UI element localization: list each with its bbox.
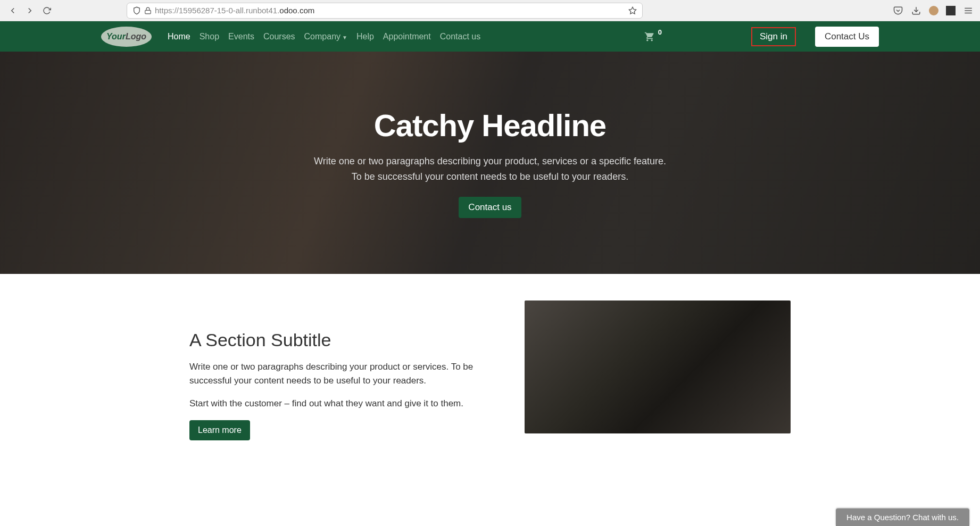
nav-links: Home Shop Events Courses Company▼ Help A…: [168, 32, 480, 41]
contact-us-button[interactable]: Contact Us: [815, 27, 879, 47]
hero-contact-button[interactable]: Contact us: [459, 197, 521, 218]
cart-count: 0: [658, 28, 662, 36]
cart-icon: [644, 31, 655, 42]
download-icon[interactable]: [911, 5, 921, 16]
nav-shop[interactable]: Shop: [200, 32, 219, 41]
nav-events[interactable]: Events: [228, 32, 254, 41]
bookmark-star-icon[interactable]: [628, 6, 637, 15]
hero-headline: Catchy Headline: [374, 107, 606, 143]
menu-icon[interactable]: [963, 5, 974, 16]
chevron-down-icon: ▼: [342, 35, 347, 40]
section-text: A Section Subtitle Write one or two para…: [189, 300, 493, 440]
section-paragraph-2: Start with the customer – find out what …: [189, 397, 493, 411]
lock-icon: [144, 7, 152, 14]
section-image: [525, 300, 791, 433]
nav-help[interactable]: Help: [356, 32, 374, 41]
navbar: YourLogo Home Shop Events Courses Compan…: [0, 21, 980, 52]
hero-subtext: Write one or two paragraphs describing y…: [314, 154, 666, 185]
extension-icon-1[interactable]: [929, 6, 939, 15]
nav-company[interactable]: Company▼: [304, 32, 347, 41]
reload-button[interactable]: [40, 4, 53, 17]
nav-courses[interactable]: Courses: [263, 32, 295, 41]
nav-contact[interactable]: Contact us: [440, 32, 480, 41]
extension-icon-2[interactable]: [946, 6, 956, 15]
section-subtitle: A Section Subtitle: [189, 330, 493, 350]
signin-button[interactable]: Sign in: [751, 27, 796, 46]
shield-icon: [132, 6, 141, 15]
url-bar[interactable]: https://15956287-15-0-all.runbot41.odoo.…: [127, 3, 643, 19]
logo-your: Your: [106, 32, 126, 41]
browser-chrome: https://15956287-15-0-all.runbot41.odoo.…: [0, 0, 980, 21]
section-paragraph-1: Write one or two paragraphs describing y…: [189, 360, 493, 387]
pocket-icon[interactable]: [893, 5, 903, 16]
learn-more-button[interactable]: Learn more: [189, 420, 250, 440]
cart-button[interactable]: 0: [644, 31, 662, 42]
content-section: A Section Subtitle Write one or two para…: [184, 300, 796, 440]
svg-rect-0: [145, 10, 151, 13]
hero-section: Catchy Headline Write one or two paragra…: [0, 52, 980, 274]
nav-home[interactable]: Home: [168, 32, 190, 41]
forward-button[interactable]: [23, 4, 36, 17]
back-button[interactable]: [6, 4, 19, 17]
logo[interactable]: YourLogo: [101, 27, 152, 47]
nav-appointment[interactable]: Appointment: [383, 32, 431, 41]
url-text: https://15956287-15-0-all.runbot41.odoo.…: [155, 6, 625, 15]
svg-marker-1: [629, 7, 636, 14]
logo-logo: Logo: [126, 32, 146, 41]
